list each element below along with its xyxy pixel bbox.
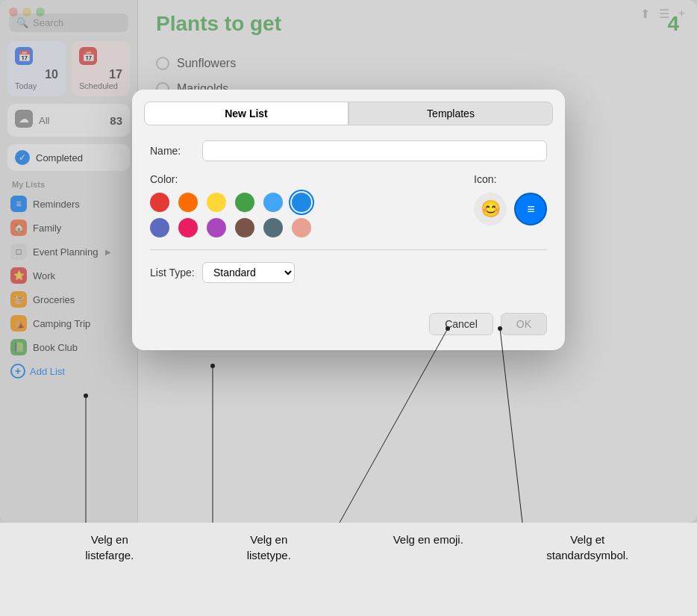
- color-label: Color:: [150, 173, 444, 185]
- new-list-modal: New List Templates Name: Color:: [132, 90, 565, 350]
- tab-new-list[interactable]: New List: [144, 102, 348, 125]
- tab-templates[interactable]: Templates: [348, 102, 553, 125]
- cancel-button[interactable]: Cancel: [429, 313, 493, 335]
- annotation-color: Velg en listefarge.: [30, 532, 190, 563]
- color-light-blue[interactable]: [263, 193, 283, 212]
- annotations-area: Velg en listefarge. Velg en listetype. V…: [0, 523, 697, 616]
- annotation-emoji: Velg en emoji.: [348, 532, 508, 547]
- name-label: Name:: [150, 145, 202, 157]
- color-dark-gray[interactable]: [263, 218, 283, 237]
- name-input[interactable]: [202, 140, 547, 161]
- color-pink[interactable]: [178, 218, 198, 237]
- annotation-symbol: Velg et standardsymbol.: [508, 532, 668, 563]
- color-indigo[interactable]: [150, 218, 169, 237]
- modal-tabs: New List Templates: [132, 90, 565, 125]
- divider: [150, 249, 547, 250]
- color-yellow[interactable]: [207, 193, 226, 212]
- color-section: Color:: [150, 173, 444, 237]
- name-row: Name:: [150, 140, 547, 161]
- color-grid: [150, 193, 314, 237]
- list-type-label: List Type:: [150, 267, 202, 279]
- color-purple[interactable]: [207, 218, 226, 237]
- annotation-listtype: Velg en listetype.: [190, 532, 349, 563]
- list-type-row: List Type: Standard Grocery Smart List: [150, 262, 547, 283]
- icon-option-emoji[interactable]: 😊: [474, 193, 507, 225]
- ok-button[interactable]: OK: [501, 313, 547, 335]
- modal-overlay: New List Templates Name: Color:: [0, 0, 697, 523]
- modal-body: Name: Color:: [132, 125, 565, 313]
- modal-footer: Cancel OK: [132, 313, 565, 350]
- list-type-select[interactable]: Standard Grocery Smart List: [202, 262, 295, 283]
- color-salmon[interactable]: [292, 218, 311, 237]
- color-icon-row: Color:: [150, 173, 547, 237]
- icon-options: 😊 ≡: [474, 193, 547, 225]
- icon-section: Icon: 😊 ≡: [474, 173, 547, 237]
- color-orange[interactable]: [178, 193, 198, 212]
- color-brown[interactable]: [235, 218, 254, 237]
- icon-option-list[interactable]: ≡: [514, 193, 547, 225]
- icon-label: Icon:: [474, 173, 496, 185]
- color-blue[interactable]: [292, 193, 311, 212]
- color-green[interactable]: [235, 193, 254, 212]
- color-red[interactable]: [150, 193, 169, 212]
